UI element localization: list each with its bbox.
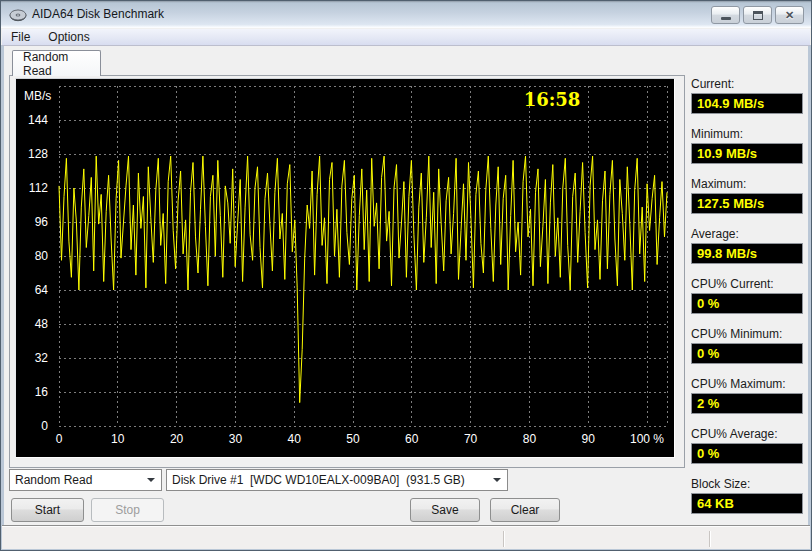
stat-value-box: 104.9 MB/s bbox=[691, 93, 803, 114]
stat-block: CPU% Minimum:0 % bbox=[691, 327, 805, 364]
maximize-button[interactable] bbox=[743, 6, 772, 24]
close-icon: ✕ bbox=[785, 10, 794, 21]
svg-text:30: 30 bbox=[229, 432, 243, 446]
window-title: AIDA64 Disk Benchmark bbox=[32, 7, 164, 21]
stat-label: CPU% Maximum: bbox=[691, 377, 805, 392]
svg-text:MB/s: MB/s bbox=[24, 89, 51, 103]
app-disk-icon bbox=[9, 6, 27, 24]
stat-value-box: 0 % bbox=[691, 293, 803, 314]
stat-label: Block Size: bbox=[691, 477, 805, 492]
disk-drive-select[interactable]: Disk Drive #1 [WDC WD10EALX-009BA0] (931… bbox=[166, 469, 508, 491]
svg-text:90: 90 bbox=[582, 432, 596, 446]
svg-text:0: 0 bbox=[56, 432, 63, 446]
stat-block: CPU% Current:0 % bbox=[691, 277, 805, 314]
svg-text:96: 96 bbox=[35, 215, 49, 229]
svg-text:20: 20 bbox=[170, 432, 184, 446]
stat-block: Current:104.9 MB/s bbox=[691, 77, 805, 114]
svg-text:48: 48 bbox=[35, 317, 49, 331]
stat-block: Minimum:10.9 MB/s bbox=[691, 127, 805, 164]
stat-label: Average: bbox=[691, 227, 805, 242]
stat-block: CPU% Maximum:2 % bbox=[691, 377, 805, 414]
status-bar bbox=[2, 525, 810, 549]
stat-label: CPU% Current: bbox=[691, 277, 805, 292]
tab-label: Random Read bbox=[23, 50, 100, 78]
minimize-icon bbox=[721, 17, 731, 20]
benchmark-type-value: Random Read bbox=[10, 473, 147, 487]
chevron-down-icon bbox=[493, 478, 501, 482]
tab-random-read[interactable]: Random Read bbox=[12, 50, 101, 76]
stat-value-box: 10.9 MB/s bbox=[691, 143, 803, 164]
maximize-icon bbox=[753, 11, 763, 20]
stat-label: CPU% Minimum: bbox=[691, 327, 805, 342]
stat-label: CPU% Average: bbox=[691, 427, 805, 442]
svg-text:80: 80 bbox=[523, 432, 537, 446]
chart-canvas: 0163248648096112128144MB/s01020304050607… bbox=[16, 79, 674, 457]
svg-text:32: 32 bbox=[35, 351, 49, 365]
status-divider bbox=[709, 531, 710, 547]
stat-value-box: 2 % bbox=[691, 393, 803, 414]
svg-text:100 %: 100 % bbox=[630, 432, 664, 446]
stat-value-box: 99.8 MB/s bbox=[691, 243, 803, 264]
stat-label: Maximum: bbox=[691, 177, 805, 192]
stat-value-box: 0 % bbox=[691, 343, 803, 364]
caption-buttons: ✕ bbox=[711, 6, 804, 24]
start-button[interactable]: Start bbox=[11, 498, 84, 522]
disk-drive-value: Disk Drive #1 [WDC WD10EALX-009BA0] (931… bbox=[167, 473, 493, 487]
stat-block: Block Size:64 KB bbox=[691, 477, 805, 514]
stat-block: Average:99.8 MB/s bbox=[691, 227, 805, 264]
menu-options[interactable]: Options bbox=[39, 29, 98, 45]
clear-button[interactable]: Clear bbox=[490, 498, 560, 522]
benchmark-chart: 0163248648096112128144MB/s01020304050607… bbox=[15, 78, 675, 458]
window-frame-right bbox=[808, 45, 811, 550]
stat-value-box: 0 % bbox=[691, 443, 803, 464]
svg-text:112: 112 bbox=[29, 181, 48, 195]
svg-text:144: 144 bbox=[28, 113, 48, 127]
svg-text:80: 80 bbox=[35, 249, 49, 263]
benchmark-type-select[interactable]: Random Read bbox=[9, 469, 162, 491]
svg-text:64: 64 bbox=[35, 283, 49, 297]
svg-text:70: 70 bbox=[464, 432, 478, 446]
chart-time-label: 16:58 bbox=[524, 89, 581, 110]
stat-block: CPU% Average:0 % bbox=[691, 427, 805, 464]
minimize-button[interactable] bbox=[711, 6, 740, 24]
stat-label: Current: bbox=[691, 77, 805, 92]
svg-text:60: 60 bbox=[405, 432, 419, 446]
stat-value-box: 127.5 MB/s bbox=[691, 193, 803, 214]
chevron-down-icon bbox=[147, 478, 155, 482]
window-frame-left bbox=[1, 45, 4, 550]
titlebar[interactable]: AIDA64 Disk Benchmark ✕ bbox=[1, 1, 811, 28]
close-button[interactable]: ✕ bbox=[775, 6, 804, 24]
stat-value-box: 64 KB bbox=[691, 493, 803, 514]
stop-button: Stop bbox=[91, 498, 164, 522]
svg-text:50: 50 bbox=[346, 432, 360, 446]
stats-sidebar: Current:104.9 MB/sMinimum:10.9 MB/sMaxim… bbox=[691, 77, 805, 527]
svg-text:40: 40 bbox=[288, 432, 302, 446]
svg-text:10: 10 bbox=[111, 432, 125, 446]
aida64-disk-benchmark-window: AIDA64 Disk Benchmark ✕ File Options Ran… bbox=[0, 0, 812, 551]
status-divider bbox=[503, 531, 504, 547]
stat-label: Minimum: bbox=[691, 127, 805, 142]
menu-file[interactable]: File bbox=[2, 29, 39, 45]
save-button[interactable]: Save bbox=[410, 498, 480, 522]
svg-text:16: 16 bbox=[35, 385, 49, 399]
stat-block: Maximum:127.5 MB/s bbox=[691, 177, 805, 214]
menubar: File Options bbox=[2, 29, 810, 46]
svg-text:0: 0 bbox=[41, 419, 48, 433]
svg-text:128: 128 bbox=[28, 147, 48, 161]
